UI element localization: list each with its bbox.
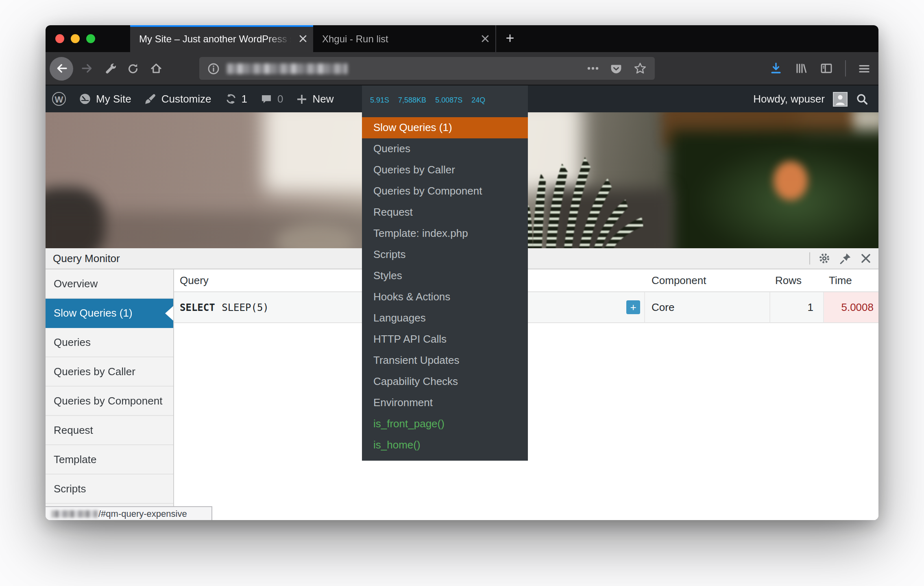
wordpress-menu[interactable]: W	[46, 85, 72, 112]
qm-db-time: 5.0087s	[435, 93, 462, 105]
updates-menu[interactable]: 1	[218, 85, 254, 112]
plus-icon	[296, 93, 307, 105]
howdy-account-link[interactable]: Howdy, wpuser	[753, 93, 825, 105]
qm-menu-item-queries[interactable]: Queries	[362, 138, 528, 160]
qm-dropdown-menu: Slow Queries (1) Queries Queries by Call…	[362, 112, 528, 461]
qm-sidebar: Overview Slow Queries (1) Queries Querie…	[46, 269, 174, 520]
tab-title: My Site – Just another WordPress si	[139, 33, 294, 44]
settings-gear-icon[interactable]	[818, 252, 830, 265]
close-tab-icon[interactable]	[482, 35, 489, 42]
site-info-icon[interactable]	[207, 62, 220, 74]
avatar[interactable]	[833, 92, 848, 106]
updates-icon	[224, 93, 237, 105]
qm-menu-item-http-api-calls[interactable]: HTTP API Calls	[362, 329, 528, 350]
pin-panel-icon[interactable]	[839, 252, 852, 265]
back-icon	[55, 62, 68, 75]
column-header-rows: Rows	[770, 274, 824, 286]
update-count: 1	[242, 93, 247, 105]
qm-sidebar-item-scripts[interactable]: Scripts	[46, 474, 173, 504]
sidebar-toggle-button[interactable]	[820, 62, 833, 75]
column-header-component: Component	[645, 274, 770, 286]
wp-admin-bar: W My Site Customize 1 0 New	[46, 85, 878, 112]
window-titlebar[interactable]: My Site – Just another WordPress si Xhgu…	[46, 25, 878, 52]
qm-page-time: 5.91s	[370, 93, 389, 105]
comments-menu[interactable]: 0	[254, 85, 290, 112]
wrench-button[interactable]	[105, 62, 117, 74]
qm-menu-item-queries-by-component[interactable]: Queries by Component	[362, 181, 528, 202]
sql-keyword: SELECT	[180, 302, 215, 313]
qm-menu-item-environment[interactable]: Environment	[362, 392, 528, 413]
comment-count: 0	[277, 93, 283, 105]
library-button[interactable]	[795, 62, 808, 75]
floor-shadow-blur	[46, 212, 379, 248]
qm-sidebar-item-overview[interactable]: Overview	[46, 269, 173, 299]
qm-menu-item-is-home[interactable]: is_home()	[362, 435, 528, 456]
browser-window: My Site – Just another WordPress si Xhgu…	[46, 25, 878, 520]
sql-args: SLEEP(5)	[222, 302, 269, 313]
qm-menu-item-request[interactable]: Request	[362, 202, 528, 223]
column-header-time: Time	[824, 274, 878, 286]
bookmark-star-icon[interactable]	[634, 62, 647, 75]
rows-cell: 1	[770, 292, 824, 322]
new-content-menu[interactable]: New	[290, 85, 340, 112]
tab-strip: My Site – Just another WordPress si Xhgu…	[130, 25, 524, 52]
censored-url-text	[51, 510, 98, 517]
new-tab-button[interactable]: +	[496, 25, 524, 52]
pocket-icon[interactable]	[610, 62, 622, 74]
dashboard-icon	[79, 93, 91, 105]
qm-sidebar-item-template[interactable]: Template	[46, 445, 173, 474]
plant-foliage-blur	[670, 130, 878, 248]
customize-menu[interactable]: Customize	[138, 85, 218, 112]
wordpress-logo-icon: W	[52, 92, 66, 106]
qm-menu-item-scripts[interactable]: Scripts	[362, 244, 528, 265]
minimize-window-button[interactable]	[71, 34, 80, 43]
new-label: New	[312, 93, 333, 105]
qm-menu-item-styles[interactable]: Styles	[362, 265, 528, 286]
expand-caller-button[interactable]: +	[626, 300, 640, 314]
tab-xhgui[interactable]: Xhgui - Run list	[313, 25, 496, 52]
censored-url-text	[227, 63, 347, 74]
my-site-menu[interactable]: My Site	[72, 85, 138, 112]
person-silhouette-icon	[834, 92, 847, 105]
menu-button[interactable]	[858, 62, 870, 74]
qm-menu-item-transient-updates[interactable]: Transient Updates	[362, 350, 528, 371]
close-window-button[interactable]	[55, 34, 64, 43]
qm-menu-item-slow-queries[interactable]: Slow Queries (1)	[362, 117, 528, 138]
home-button[interactable]	[150, 62, 163, 75]
zebra-plant-image	[521, 149, 643, 248]
download-button[interactable]	[769, 62, 782, 75]
qm-menu-item-is-front-page[interactable]: is_front_page()	[362, 413, 528, 435]
query-monitor-admin-bar-item[interactable]: 5.91s 7,588kb 5.0087s 24q	[362, 85, 528, 112]
qm-menu-item-template[interactable]: Template: index.php	[362, 223, 528, 244]
link-status-bar: /#qm-query-expensive	[46, 506, 212, 520]
traffic-lights	[55, 25, 95, 52]
qm-memory: 7,588kb	[398, 93, 426, 105]
page-actions-icon[interactable]	[587, 67, 599, 70]
link-target-suffix: /#qm-query-expensive	[98, 509, 187, 518]
qm-sidebar-item-queries-by-caller[interactable]: Queries by Caller	[46, 357, 173, 387]
back-button[interactable]	[50, 57, 73, 80]
orange-bokeh	[774, 161, 808, 200]
time-cell: 5.0008	[824, 292, 878, 322]
qm-sidebar-item-slow-queries[interactable]: Slow Queries (1)	[46, 299, 173, 328]
reload-button[interactable]	[127, 62, 139, 74]
qm-sidebar-item-queries[interactable]: Queries	[46, 328, 173, 357]
forward-button[interactable]	[81, 62, 94, 75]
qm-menu-item-languages[interactable]: Languages	[362, 308, 528, 329]
my-site-label: My Site	[96, 93, 131, 105]
qm-menu-item-hooks-actions[interactable]: Hooks & Actions	[362, 286, 528, 308]
qm-menu-item-queries-by-caller[interactable]: Queries by Caller	[362, 160, 528, 181]
browser-toolbar	[46, 52, 878, 85]
qm-menu-item-capability-checks[interactable]: Capability Checks	[362, 371, 528, 392]
search-icon[interactable]	[856, 92, 869, 105]
component-cell: Core	[645, 292, 770, 322]
zoom-window-button[interactable]	[86, 34, 95, 43]
toolbar-separator	[845, 60, 846, 77]
close-panel-icon[interactable]	[861, 253, 871, 264]
qm-titlebar-separator	[809, 252, 810, 265]
qm-sidebar-item-request[interactable]: Request	[46, 416, 173, 445]
tab-my-site[interactable]: My Site – Just another WordPress si	[130, 25, 313, 52]
close-tab-icon[interactable]	[299, 35, 307, 42]
url-bar[interactable]	[199, 57, 655, 80]
qm-sidebar-item-queries-by-component[interactable]: Queries by Component	[46, 387, 173, 416]
